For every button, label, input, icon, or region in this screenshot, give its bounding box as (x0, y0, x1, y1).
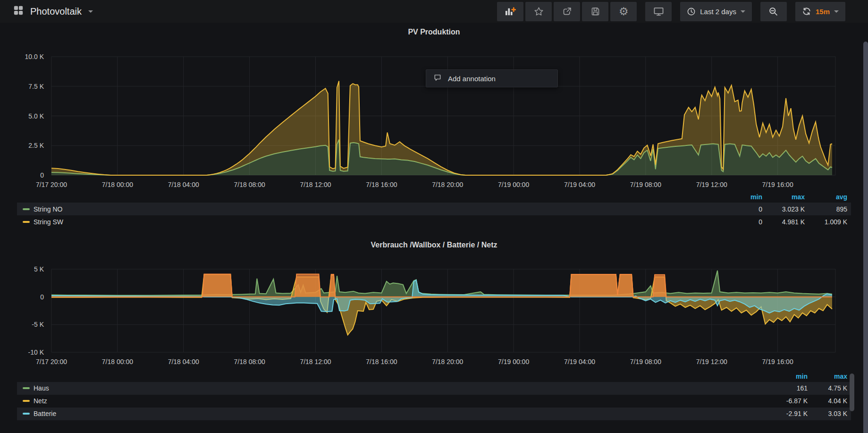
series-toggle[interactable]: String NO (17, 205, 720, 213)
svg-text:7/19 12:00: 7/19 12:00 (696, 181, 727, 188)
navbar: Photovoltaik ⚙ (0, 0, 868, 23)
chevron-down-icon (834, 10, 839, 13)
legend: min max Haus 161 4.75 K Netz -6.87 K 4.0… (17, 371, 851, 420)
svg-text:7/18 04:00: 7/18 04:00 (168, 358, 199, 365)
series-swatch (23, 387, 30, 389)
clock-icon (687, 7, 696, 16)
apps-grid-icon (13, 5, 24, 17)
series-swatch (23, 413, 30, 415)
svg-text:7/19 04:00: 7/19 04:00 (564, 181, 595, 188)
svg-text:7/18 20:00: 7/18 20:00 (432, 358, 463, 365)
legend-col-min[interactable]: min (720, 193, 762, 201)
time-range-label: Last 2 days (700, 8, 736, 16)
series-avg: 1.009 K (805, 218, 847, 226)
chevron-down-icon (741, 10, 745, 13)
comment-icon (433, 74, 442, 84)
series-label[interactable]: Haus (34, 384, 49, 392)
legend-row-netz: Netz -6.87 K 4.04 K (17, 395, 851, 408)
legend-row-haus: Haus 161 4.75 K (17, 382, 851, 395)
series-label[interactable]: Batterie (34, 410, 56, 417)
legend-header-row: min max avg (17, 191, 851, 203)
series-avg: 895 (805, 205, 847, 213)
svg-text:7/18 08:00: 7/18 08:00 (234, 181, 265, 188)
svg-text:7/19 08:00: 7/19 08:00 (630, 181, 661, 188)
series-min: 161 (768, 384, 808, 392)
share-icon (562, 7, 572, 17)
chevron-down-icon (88, 10, 93, 13)
star-icon (534, 7, 544, 17)
legend-col-max[interactable]: max (762, 193, 805, 201)
refresh-picker[interactable]: 15m (795, 2, 845, 21)
save-button[interactable] (582, 2, 608, 21)
series-toggle[interactable]: Batterie (17, 410, 768, 417)
time-range-picker[interactable]: Last 2 days (680, 2, 752, 21)
legend-col-min[interactable]: min (768, 373, 808, 380)
legend: min max avg String NO 0 3.023 K 895 Stri… (17, 191, 851, 228)
series-max: 3.023 K (762, 205, 805, 213)
svg-text:7/18 16:00: 7/18 16:00 (366, 358, 397, 365)
svg-text:0: 0 (40, 293, 44, 300)
series-swatch (23, 208, 30, 210)
series-label[interactable]: Netz (34, 397, 47, 405)
time-series-chart[interactable]: 02.5 K5.0 K7.5 K10.0 K7/17 20:007/18 00:… (0, 44, 868, 190)
svg-text:7/19 16:00: 7/19 16:00 (762, 358, 793, 365)
monitor-icon (653, 7, 664, 17)
add-panel-button[interactable] (497, 2, 523, 21)
series-max: 3.03 K (808, 410, 847, 417)
svg-text:7/19 04:00: 7/19 04:00 (564, 358, 595, 365)
refresh-icon (802, 7, 811, 16)
panel-title[interactable]: Verbrauch /Wallbox / Batterie / Netz (0, 239, 868, 251)
menu-item-label: Add annotation (448, 75, 496, 83)
zoom-out-button[interactable] (760, 2, 787, 21)
legend-row-string-no: String NO 0 3.023 K 895 (17, 203, 851, 215)
legend-row-string-sw: String SW 0 4.981 K 1.009 K (17, 215, 851, 228)
cycle-view-button[interactable] (645, 2, 672, 21)
time-series-chart[interactable]: 5 K0-5 K-10 K7/17 20:007/18 00:007/18 04… (0, 257, 868, 367)
svg-text:7/19 12:00: 7/19 12:00 (696, 358, 727, 365)
dashboard-picker[interactable]: Photovoltaik (13, 5, 93, 17)
svg-text:7/19 08:00: 7/19 08:00 (630, 358, 661, 365)
svg-text:7/17 20:00: 7/17 20:00 (36, 358, 67, 365)
share-button[interactable] (554, 2, 580, 21)
legend-col-avg[interactable]: avg (805, 193, 847, 201)
navbar-actions: ⚙ Last 2 days 15m (497, 2, 845, 21)
star-button[interactable] (525, 2, 552, 21)
series-max: 4.04 K (808, 397, 847, 405)
svg-text:-5 K: -5 K (32, 321, 44, 328)
gear-icon: ⚙ (619, 6, 629, 17)
add-annotation-menu-item[interactable]: Add annotation (426, 69, 558, 87)
series-swatch (23, 221, 30, 223)
series-label[interactable]: String SW (34, 218, 63, 226)
svg-text:5.0 K: 5.0 K (28, 112, 44, 120)
series-max: 4.75 K (808, 384, 847, 392)
svg-text:7/18 08:00: 7/18 08:00 (234, 358, 265, 365)
save-icon (590, 7, 600, 17)
series-label[interactable]: String NO (34, 205, 62, 213)
legend-scrollbar[interactable] (850, 374, 854, 411)
legend-row-batterie: Batterie -2.91 K 3.03 K (17, 408, 851, 420)
series-toggle[interactable]: Netz (17, 397, 768, 405)
legend-scroll-area: min max Haus 161 4.75 K Netz -6.87 K 4.0… (0, 371, 868, 420)
svg-text:0: 0 (40, 171, 44, 179)
settings-button[interactable]: ⚙ (610, 2, 637, 21)
series-min: 0 (720, 205, 762, 213)
svg-text:7/18 00:00: 7/18 00:00 (102, 181, 133, 188)
panel-verbrauch-wallbox-batterie-netz: Verbrauch /Wallbox / Batterie / Netz 5 K… (0, 239, 868, 420)
series-swatch (23, 400, 30, 402)
svg-text:7/18 12:00: 7/18 12:00 (300, 358, 331, 365)
dashboard-title[interactable]: Photovoltaik (30, 6, 82, 17)
svg-text:7/18 00:00: 7/18 00:00 (102, 358, 133, 365)
svg-text:7/19 16:00: 7/19 16:00 (762, 181, 793, 188)
series-toggle[interactable]: Haus (17, 384, 768, 392)
legend-col-max[interactable]: max (808, 373, 847, 380)
svg-text:7/18 04:00: 7/18 04:00 (168, 181, 199, 188)
svg-text:7/18 16:00: 7/18 16:00 (366, 181, 397, 188)
panel-title[interactable]: PV Produktion (0, 26, 868, 38)
svg-text:7.5 K: 7.5 K (28, 83, 44, 90)
svg-text:5 K: 5 K (34, 265, 44, 273)
panel-pv-produktion: PV Produktion 02.5 K5.0 K7.5 K10.0 K7/17… (0, 26, 868, 228)
svg-text:7/19 00:00: 7/19 00:00 (498, 358, 529, 365)
series-toggle[interactable]: String SW (17, 218, 720, 226)
page-scrollbar[interactable] (863, 42, 868, 433)
svg-text:10.0 K: 10.0 K (25, 53, 44, 60)
